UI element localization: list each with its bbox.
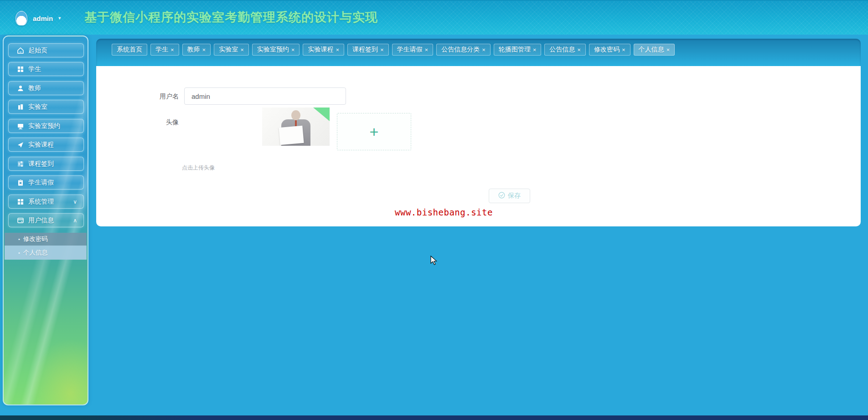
user-avatar-icon xyxy=(16,11,27,26)
card-icon xyxy=(17,217,24,224)
save-button[interactable]: 保存 xyxy=(489,189,530,203)
sidebar-item-lab-courses[interactable]: 实验课程 xyxy=(8,138,84,152)
sidebar-item-label: 学生请假 xyxy=(28,179,54,187)
close-icon[interactable]: × xyxy=(425,47,429,53)
sidebar-item-label: 起始页 xyxy=(28,46,47,55)
grid-icon xyxy=(17,66,24,73)
user-name: admin xyxy=(33,15,53,22)
tab-notice-category[interactable]: 公告信息分类× xyxy=(436,44,491,56)
tab-label: 公告信息 xyxy=(549,46,575,54)
sidebar-subitem-personal-info[interactable]: • 个人信息 xyxy=(5,246,87,260)
tab-label: 系统首页 xyxy=(117,46,142,54)
avatar-preview-image[interactable] xyxy=(262,108,330,146)
tab-teachers[interactable]: 教师× xyxy=(182,44,211,56)
tab-lab-courses[interactable]: 实验课程× xyxy=(303,44,344,56)
home-icon xyxy=(17,47,24,54)
sidebar-item-label: 学生 xyxy=(28,65,41,73)
bullet-icon: • xyxy=(18,250,20,256)
mouse-cursor xyxy=(430,256,439,268)
sidebar-item-students[interactable]: 学生 xyxy=(8,62,84,76)
close-icon[interactable]: × xyxy=(336,47,339,53)
tab-bar: 系统首页 学生× 教师× 实验室× 实验室预约× 实验课程× 课程签到× 学生请… xyxy=(96,39,861,66)
close-icon[interactable]: × xyxy=(666,47,670,53)
sidebar-item-label: 实验室 xyxy=(28,103,47,111)
save-button-label: 保存 xyxy=(508,192,521,200)
username-label: 用户名 xyxy=(150,92,179,101)
sidebar-item-system-mgmt[interactable]: 系统管理 ∨ xyxy=(8,195,84,209)
sidebar-subitem-label: 修改密码 xyxy=(23,235,48,243)
close-icon[interactable]: × xyxy=(577,47,581,53)
close-icon[interactable]: × xyxy=(622,47,625,53)
tab-students[interactable]: 学生× xyxy=(150,44,179,56)
sidebar-item-course-checkin[interactable]: 课程签到 xyxy=(8,157,84,171)
close-icon[interactable]: × xyxy=(533,47,537,53)
tab-label: 实验室预约 xyxy=(257,46,289,54)
avatar-figure-paper xyxy=(279,126,304,145)
sidebar-subitem-label: 个人信息 xyxy=(23,249,48,257)
watermark-text: www.bishebang.site xyxy=(395,207,493,217)
upload-hint: 点击上传头像 xyxy=(182,164,215,172)
green-corner-badge xyxy=(313,108,330,121)
tab-label: 实验室 xyxy=(219,46,238,54)
chevron-down-icon: ∨ xyxy=(73,199,77,205)
tab-lab-booking[interactable]: 实验室预约× xyxy=(252,44,300,56)
close-icon[interactable]: × xyxy=(202,47,206,53)
tab-label: 学生请假 xyxy=(397,46,423,54)
caret-down-icon: ▼ xyxy=(57,16,62,20)
sidebar-item-label: 教师 xyxy=(28,84,41,92)
tab-student-leave[interactable]: 学生请假× xyxy=(392,44,434,56)
sliders-icon xyxy=(17,160,24,168)
sidebar-item-label: 课程签到 xyxy=(28,160,54,168)
username-input[interactable] xyxy=(184,87,346,105)
sidebar-item-label: 系统管理 xyxy=(28,198,54,206)
tab-label: 学生 xyxy=(155,46,168,54)
tab-notices[interactable]: 公告信息× xyxy=(544,44,586,56)
sidebar-item-lab-booking[interactable]: 实验室预约 xyxy=(8,119,84,133)
close-icon[interactable]: × xyxy=(291,47,295,53)
teacher-icon xyxy=(17,85,24,92)
tab-system-home[interactable]: 系统首页 xyxy=(112,44,147,56)
page: admin ▼ 基于微信小程序的实验室考勤管理系统的设计与实现 起始页 学生 教… xyxy=(0,0,868,420)
circle-check-icon xyxy=(498,192,505,200)
chevron-up-icon: ∧ xyxy=(73,217,77,224)
sidebar: 起始页 学生 教师 实验室 xyxy=(3,36,88,405)
tab-label: 教师 xyxy=(187,46,200,54)
clipboard-x-icon xyxy=(17,179,24,186)
content-panel: 用户名 头像 + 点击上传头像 保存 www.bishebang.site xyxy=(96,66,861,226)
sidebar-item-label: 实验室预约 xyxy=(28,122,60,130)
tab-change-password[interactable]: 修改密码× xyxy=(589,44,630,56)
tab-label: 实验课程 xyxy=(308,46,333,54)
sidebar-item-label: 用户信息 xyxy=(28,216,54,225)
avatar-label: 头像 xyxy=(150,118,179,127)
plus-icon: + xyxy=(370,124,379,139)
avatar-upload-box[interactable]: + xyxy=(337,113,411,150)
sidebar-item-student-leave[interactable]: 学生请假 xyxy=(8,175,84,190)
close-icon[interactable]: × xyxy=(380,47,384,53)
app-title: 基于微信小程序的实验室考勤管理系统的设计与实现 xyxy=(84,9,378,26)
sidebar-item-user-info[interactable]: 用户信息 ∧ xyxy=(8,213,84,227)
apps-icon xyxy=(17,198,24,205)
tab-label: 修改密码 xyxy=(594,46,620,54)
tab-label: 轮播图管理 xyxy=(499,46,531,54)
tab-course-checkin[interactable]: 课程签到× xyxy=(347,44,389,56)
sidebar-item-home[interactable]: 起始页 xyxy=(8,43,84,57)
sidebar-item-teachers[interactable]: 教师 xyxy=(8,81,84,95)
sidebar-item-label: 实验课程 xyxy=(28,141,54,149)
send-icon xyxy=(17,141,24,149)
tab-personal-info[interactable]: 个人信息× xyxy=(634,44,675,56)
tab-label: 课程签到 xyxy=(352,46,378,54)
close-icon[interactable]: × xyxy=(240,47,244,53)
sidebar-item-labs[interactable]: 实验室 xyxy=(8,100,84,114)
close-icon[interactable]: × xyxy=(482,47,486,53)
monitor-icon xyxy=(17,123,24,130)
close-icon[interactable]: × xyxy=(170,47,174,53)
tab-label: 公告信息分类 xyxy=(441,46,480,54)
sidebar-subitem-change-password[interactable]: • 修改密码 xyxy=(5,233,87,246)
avatar-figure-head xyxy=(291,110,300,120)
bullet-icon: • xyxy=(18,236,20,242)
tab-carousel-mgmt[interactable]: 轮播图管理× xyxy=(494,44,542,56)
tab-label: 个人信息 xyxy=(639,46,664,54)
top-header: admin ▼ 基于微信小程序的实验室考勤管理系统的设计与实现 xyxy=(0,0,868,35)
user-menu[interactable]: admin ▼ xyxy=(16,8,62,28)
tab-labs[interactable]: 实验室× xyxy=(214,44,249,56)
